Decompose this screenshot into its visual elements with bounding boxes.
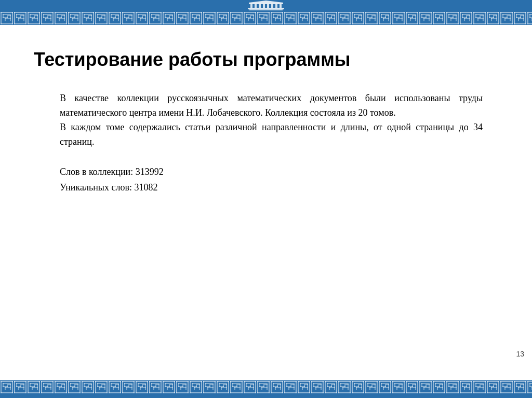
greek-key-band-bottom bbox=[0, 380, 532, 394]
svg-rect-0 bbox=[248, 8, 284, 9]
top-decoration bbox=[0, 0, 532, 25]
text-content-block: В качестве коллекции русскоязычных матем… bbox=[60, 91, 483, 196]
svg-rect-9 bbox=[280, 4, 282, 8]
svg-rect-6 bbox=[267, 4, 269, 8]
svg-rect-8 bbox=[275, 4, 277, 8]
main-content: Тестирование работы программы В качестве… bbox=[0, 25, 532, 362]
page-number: 13 bbox=[516, 350, 524, 358]
svg-rect-26 bbox=[0, 11, 532, 25]
greek-key-band-top bbox=[0, 11, 532, 25]
svg-rect-10 bbox=[249, 3, 283, 4]
stat-words: Слов в коллекции: 313992 bbox=[60, 164, 483, 180]
slide-title: Тестирование работы программы bbox=[34, 48, 498, 71]
svg-rect-3 bbox=[255, 4, 257, 8]
svg-rect-28 bbox=[0, 380, 532, 394]
bottom-decoration bbox=[0, 380, 532, 398]
paragraph-2: В каждом томе содержались статьи различн… bbox=[60, 120, 483, 149]
svg-rect-7 bbox=[271, 4, 273, 8]
svg-rect-1 bbox=[249, 9, 283, 10]
stats-section: Слов в коллекции: 313992 Уникальных слов… bbox=[60, 164, 483, 196]
svg-rect-2 bbox=[250, 4, 252, 8]
temple-icon bbox=[245, 1, 287, 11]
stat-unique-words: Уникальных слов: 31082 bbox=[60, 180, 483, 196]
paragraph-1: В качестве коллекции русскоязычных матем… bbox=[60, 91, 483, 120]
svg-marker-11 bbox=[249, 1, 283, 3]
svg-rect-4 bbox=[259, 4, 261, 8]
svg-rect-5 bbox=[263, 4, 265, 8]
